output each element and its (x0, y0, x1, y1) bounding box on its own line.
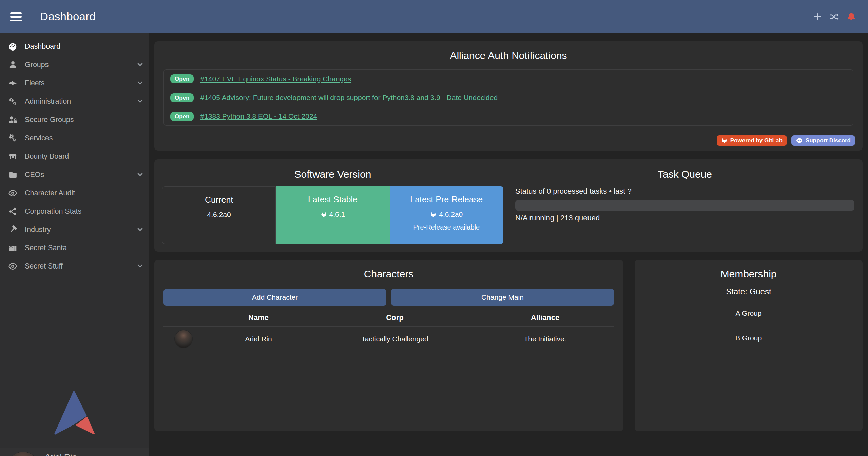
version-stable-box: Latest Stable 4.6.1 (276, 186, 389, 244)
notification-item: Open #1405 Advisory: Future development … (164, 88, 853, 107)
task-queue-summary: N/A running | 213 queued (515, 214, 854, 222)
sidebar-item-character-audit[interactable]: Character Audit (0, 184, 149, 202)
sidebar-item-secret-santa[interactable]: Secret Santa (0, 239, 149, 257)
software-version-section: Software Version Current 4.6.2a0 Latest … (154, 159, 511, 252)
user-name: Ariel Rin (45, 452, 77, 456)
status-badge: Open (170, 112, 194, 121)
notifications-title: Alliance Auth Notifications (154, 49, 863, 62)
notification-link[interactable]: #1407 EVE Equinox Status - Breaking Chan… (200, 75, 351, 83)
notification-item: Open #1383 Python 3.8 EOL - 14 Oct 2024 (164, 107, 853, 125)
software-version-title: Software Version (154, 167, 511, 181)
version-stable-label: Latest Stable (308, 195, 358, 204)
change-main-button[interactable]: Change Main (391, 289, 614, 306)
version-boxes: Current 4.6.2a0 Latest Stable 4.6.1 Late… (162, 186, 503, 244)
version-prerelease-value: 4.6.2a0 (430, 210, 463, 218)
task-queue-title: Task Queue (515, 167, 854, 181)
column-corp: Corp (313, 313, 476, 322)
gitlab-fox-icon (321, 211, 327, 218)
discord-badge[interactable]: Support Discord (791, 135, 855, 146)
page-title: Dashboard (40, 10, 96, 23)
gifts-icon (8, 243, 17, 253)
navbar-actions (812, 12, 856, 22)
gitlab-badge-label: Powered by GitLab (730, 137, 783, 144)
chevron-down-icon (136, 98, 144, 105)
sidebar-item-secure-groups[interactable]: Secure Groups (0, 111, 149, 129)
version-prerelease-box: Latest Pre-Release 4.6.2a0 Pre-Release a… (390, 186, 503, 244)
version-current-label: Current (205, 195, 233, 205)
characters-table: Name Corp Alliance Ariel Rin Tactically … (163, 313, 614, 351)
characters-panel: Characters Add Character Change Main Nam… (154, 260, 623, 431)
notification-item: Open #1407 EVE Equinox Status - Breaking… (164, 70, 853, 88)
sidebar-item-corporation-stats[interactable]: Corporation Stats (0, 202, 149, 220)
user-lock-icon (8, 115, 17, 124)
top-navbar: Dashboard (0, 0, 868, 33)
sidebar-item-fleets[interactable]: Fleets (0, 74, 149, 92)
chevron-down-icon (136, 226, 144, 233)
software-taskqueue-panel: Software Version Current 4.6.2a0 Latest … (154, 159, 863, 252)
share-nodes-icon (8, 207, 17, 216)
characters-table-header: Name Corp Alliance (163, 313, 614, 326)
alliance-auth-logo (54, 388, 96, 436)
task-queue-status: Status of 0 processed tasks • last ? (515, 187, 854, 196)
column-name: Name (204, 313, 313, 322)
version-prerelease-note: Pre-Release available (413, 223, 480, 231)
chevron-down-icon (136, 61, 144, 68)
characters-actions: Add Character Change Main (163, 289, 614, 306)
sidebar-item-dashboard[interactable]: Dashboard (0, 37, 149, 56)
eye-icon (8, 262, 17, 271)
version-stable-value: 4.6.1 (321, 210, 345, 218)
table-row: Ariel Rin Tactically Challenged The Init… (163, 326, 614, 351)
discord-badge-label: Support Discord (806, 137, 851, 144)
sidebar-item-industry[interactable]: Industry (0, 220, 149, 239)
notifications-bell-icon[interactable] (846, 12, 856, 22)
cell-character-corp: Tactically Challenged (313, 335, 476, 343)
folder-icon (8, 170, 17, 179)
characters-title: Characters (163, 267, 614, 281)
gears-icon (8, 134, 17, 143)
version-current-value: 4.6.2a0 (207, 211, 231, 219)
task-queue-section: Task Queue Status of 0 processed tasks •… (511, 159, 863, 252)
gitlab-fox-icon (430, 211, 437, 218)
status-badge: Open (170, 93, 194, 102)
membership-title: Membership (644, 267, 853, 281)
eye-icon (8, 189, 17, 198)
chevron-down-icon (136, 262, 144, 270)
chevron-down-icon (136, 79, 144, 87)
menu-toggle-button[interactable] (10, 9, 25, 24)
hammer-icon (8, 225, 17, 234)
add-character-button[interactable]: Add Character (163, 289, 386, 306)
notification-link[interactable]: #1405 Advisory: Future development will … (200, 94, 498, 102)
status-badge: Open (170, 74, 194, 83)
membership-panel: Membership State: Guest A Group B Group (635, 260, 863, 431)
sidebar-item-bounty-board[interactable]: Bounty Board (0, 147, 149, 165)
version-prerelease-label: Latest Pre-Release (410, 195, 483, 204)
jet-icon (8, 79, 17, 88)
sidebar: Dashboard Groups Fleets Administration S… (0, 33, 149, 456)
user-avatar (7, 452, 39, 456)
shuffle-icon[interactable] (829, 12, 840, 22)
add-icon[interactable] (812, 12, 823, 22)
character-portrait (175, 330, 192, 348)
group-item: A Group (644, 305, 853, 326)
notifications-panel: Alliance Auth Notifications Open #1407 E… (154, 41, 863, 151)
sidebar-item-groups[interactable]: Groups (0, 56, 149, 74)
user-panel: Ariel Rin Tactically Challenged The Init… (0, 448, 149, 456)
user-icon (8, 60, 17, 70)
version-current-box: Current 4.6.2a0 (162, 186, 276, 244)
sidebar-item-ceos[interactable]: CEOs (0, 165, 149, 184)
cell-character-name: Ariel Rin (204, 335, 313, 343)
shop-icon (8, 152, 17, 161)
cell-character-alliance: The Initiative. (476, 335, 614, 343)
notifications-list: Open #1407 EVE Equinox Status - Breaking… (163, 69, 853, 126)
group-item: B Group (644, 326, 853, 351)
chevron-down-icon (136, 171, 144, 178)
gitlab-badge[interactable]: Powered by GitLab (717, 135, 787, 146)
external-badges: Powered by GitLab Support Discord (717, 135, 855, 146)
notification-link[interactable]: #1383 Python 3.8 EOL - 14 Oct 2024 (200, 112, 317, 120)
sidebar-item-administration[interactable]: Administration (0, 92, 149, 111)
sidebar-item-services[interactable]: Services (0, 129, 149, 147)
sidebar-item-secret-stuff[interactable]: Secret Stuff (0, 257, 149, 275)
membership-groups: A Group B Group (644, 305, 853, 351)
task-queue-progressbar (515, 200, 854, 211)
gauge-icon (8, 42, 17, 51)
